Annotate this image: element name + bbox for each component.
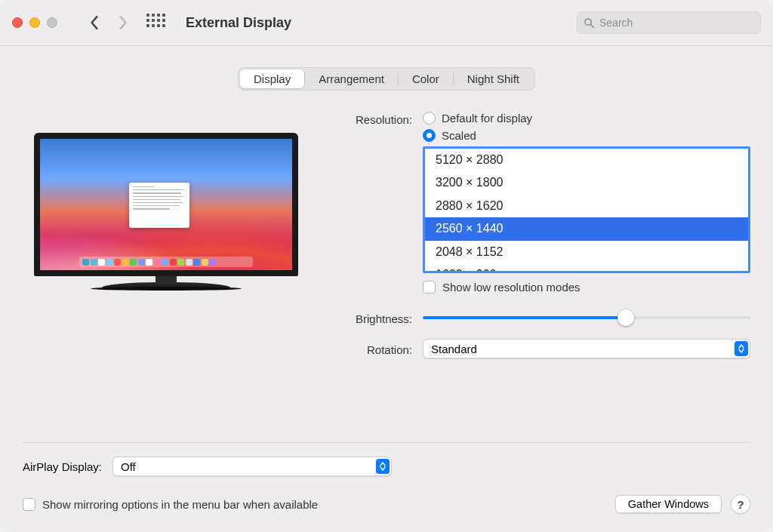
close-window[interactable] bbox=[12, 17, 23, 28]
resolution-list[interactable]: 5120 × 2880 3200 × 1800 2880 × 1620 2560… bbox=[423, 146, 750, 273]
slider-thumb[interactable] bbox=[617, 309, 634, 326]
radio-checked-icon bbox=[423, 129, 436, 142]
rotation-label: Rotation: bbox=[332, 342, 423, 356]
back-button[interactable] bbox=[85, 13, 104, 32]
tab-color[interactable]: Color bbox=[399, 69, 453, 88]
search-field[interactable] bbox=[577, 11, 761, 34]
resolution-label: Resolution: bbox=[332, 112, 423, 126]
search-input[interactable] bbox=[599, 17, 754, 29]
resolution-scaled-radio[interactable]: Scaled bbox=[423, 129, 750, 142]
display-preview bbox=[34, 133, 298, 291]
resolution-default-label: Default for display bbox=[442, 112, 532, 125]
window-title: External Display bbox=[186, 15, 291, 31]
help-button[interactable]: ? bbox=[731, 494, 750, 514]
airplay-select[interactable]: Off bbox=[112, 457, 392, 476]
tab-display[interactable]: Display bbox=[240, 69, 304, 88]
resolution-default-radio[interactable]: Default for display bbox=[423, 112, 750, 125]
svg-line-1 bbox=[591, 24, 594, 27]
bottom-divider bbox=[23, 442, 750, 443]
select-arrows-icon bbox=[735, 341, 748, 356]
checkbox-unchecked-icon bbox=[423, 281, 436, 294]
rotation-select[interactable]: Standard bbox=[423, 339, 750, 358]
resolution-option[interactable]: 5120 × 2880 bbox=[425, 149, 748, 171]
resolution-option[interactable]: 1600 × 900 bbox=[425, 263, 748, 273]
airplay-label: AirPlay Display: bbox=[23, 460, 102, 473]
tab-night-shift[interactable]: Night Shift bbox=[454, 69, 533, 88]
rotation-value: Standard bbox=[431, 343, 477, 355]
tabs-segment: Display Arrangement Color Night Shift bbox=[238, 67, 535, 91]
tab-arrangement[interactable]: Arrangement bbox=[305, 69, 398, 88]
mirroring-checkbox[interactable]: Show mirroring options in the menu bar w… bbox=[23, 498, 318, 511]
show-low-res-checkbox[interactable]: Show low resolution modes bbox=[423, 281, 750, 294]
radio-unchecked-icon bbox=[423, 112, 436, 125]
dock-preview bbox=[79, 257, 253, 267]
zoom-window-disabled bbox=[47, 17, 57, 28]
resolution-option-selected[interactable]: 2560 × 1440 bbox=[425, 217, 748, 240]
resolution-option[interactable]: 2880 × 1620 bbox=[425, 195, 748, 217]
show-all-icon[interactable] bbox=[146, 14, 165, 32]
resolution-scaled-label: Scaled bbox=[442, 129, 476, 142]
forward-button bbox=[113, 13, 133, 32]
resolution-option[interactable]: 3200 × 1800 bbox=[425, 171, 748, 194]
airplay-value: Off bbox=[121, 460, 136, 473]
mini-window-preview bbox=[129, 183, 189, 228]
gather-windows-button[interactable]: Gather Windows bbox=[615, 495, 722, 513]
mirroring-label: Show mirroring options in the menu bar w… bbox=[42, 498, 318, 511]
search-icon bbox=[584, 17, 595, 29]
minimize-window[interactable] bbox=[29, 17, 40, 28]
checkbox-unchecked-icon bbox=[23, 498, 35, 511]
select-arrows-icon bbox=[376, 459, 390, 474]
show-low-res-label: Show low resolution modes bbox=[442, 281, 581, 294]
resolution-option[interactable]: 2048 × 1152 bbox=[425, 241, 748, 263]
brightness-label: Brightness: bbox=[332, 311, 423, 325]
brightness-slider[interactable] bbox=[423, 316, 750, 319]
